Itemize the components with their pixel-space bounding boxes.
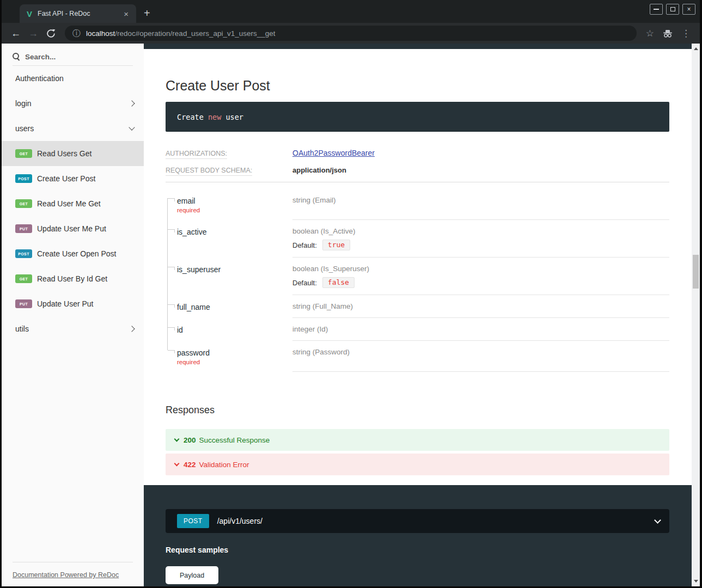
payload-tab[interactable]: Payload [166, 566, 218, 584]
field-name-cell: is_superuser [166, 258, 292, 295]
schema-row-password: passwordrequiredstring (Password) [166, 341, 669, 372]
search-placeholder: Search... [25, 53, 56, 61]
chevron-right-icon [129, 100, 135, 106]
default-label: Default: [292, 279, 317, 287]
sidebar-item-label: Create User Post [37, 174, 134, 183]
search-input[interactable]: Search... [13, 48, 133, 66]
schema-row-email: emailrequiredstring (Email) [166, 189, 669, 220]
field-type-cell: string (Email) [292, 189, 669, 220]
main-content: Create User Post Create new user AUTHORI… [144, 44, 692, 586]
sidebar-item-create-user-open-post[interactable]: POSTCreate User Open Post [2, 241, 144, 266]
redoc-favicon-icon: V [27, 9, 32, 19]
post-method-badge: POST [177, 514, 209, 528]
new-tab-button[interactable]: + [144, 7, 150, 20]
response-label: Successful Response [199, 436, 270, 444]
field-type: string (Full_Name) [292, 302, 669, 310]
sidebar-item-login[interactable]: login [2, 91, 144, 116]
get-method-badge: GET [15, 149, 32, 158]
sidebar-item-update-user-put[interactable]: PUTUpdate User Put [2, 291, 144, 316]
sidebar-item-update-user-me-put[interactable]: PUTUpdate User Me Put [2, 216, 144, 241]
browser-tab[interactable]: V Fast API - ReDoc × [20, 4, 136, 23]
maximize-button[interactable] [666, 4, 679, 15]
schema-row-is-active: is_activeboolean (Is_Active)Default:true [166, 220, 669, 258]
field-type-cell: integer (Id) [292, 318, 669, 341]
scrollbar-thumb[interactable] [693, 255, 699, 289]
field-type: integer (Id) [292, 325, 669, 333]
site-info-icon[interactable]: ⓘ [72, 28, 81, 39]
field-name: is_active [177, 228, 287, 236]
operation-section: Create User Post Create new user AUTHORI… [144, 49, 692, 485]
chevron-down-icon [654, 517, 661, 524]
endpoint-path: /api/v1/users/ [217, 517, 655, 525]
browser-window: V Fast API - ReDoc × + × ← → ⓘ localhost… [0, 0, 702, 588]
tab-strip: V Fast API - ReDoc × + × [2, 0, 700, 23]
request-samples-heading: Request samples [166, 546, 669, 554]
field-name-cell: emailrequired [166, 189, 292, 220]
page-scrollbar[interactable] [692, 44, 700, 586]
field-type: string (Password) [292, 348, 669, 356]
response-label: Validation Error [199, 461, 249, 469]
chevron-right-icon [129, 326, 135, 332]
sidebar-item-create-user-post[interactable]: POSTCreate User Post [2, 166, 144, 191]
maximize-icon [670, 7, 675, 11]
address-bar[interactable]: ⓘ localhost/redoc#operation/read_users_a… [65, 26, 637, 41]
default-value: false [322, 277, 355, 288]
request-body-label: REQUEST BODY SCHEMA: [166, 167, 292, 176]
responses-heading: Responses [166, 405, 669, 416]
forward-button[interactable]: → [26, 26, 41, 41]
operation-description-code: Create new user [166, 102, 669, 132]
sidebar-item-label: users [15, 124, 130, 133]
browser-menu-icon[interactable]: ⋮ [681, 28, 691, 39]
field-name-cell: full_name [166, 295, 292, 318]
tab-close-icon[interactable]: × [121, 9, 131, 19]
sidebar-item-authentication[interactable]: Authentication [2, 66, 144, 91]
redoc-footer-link[interactable]: Documentation Powered by ReDoc [13, 571, 119, 579]
sidebar-item-read-users-get[interactable]: GETRead Users Get [2, 141, 144, 166]
field-type-cell: boolean (Is_Superuser)Default:false [292, 258, 669, 295]
sidebar-item-read-user-by-id-get[interactable]: GETRead User By Id Get [2, 266, 144, 291]
sidebar-item-label: Read User By Id Get [37, 274, 134, 283]
sidebar-item-read-user-me-get[interactable]: GETRead User Me Get [2, 191, 144, 216]
scroll-down-arrow-icon[interactable] [692, 577, 700, 585]
sidebar-item-label: Authentication [15, 74, 134, 83]
default-value: true [322, 240, 350, 250]
authorizations-row: AUTHORIZATIONS: OAuth2PasswordBearer [166, 149, 669, 159]
response-code: 200 [184, 436, 196, 444]
response-panel-422[interactable]: 422Validation Error [166, 454, 669, 475]
required-label: required [177, 359, 287, 365]
oauth2-link[interactable]: OAuth2PasswordBearer [292, 149, 375, 157]
code-highlight: new [208, 113, 221, 121]
endpoint-dropdown[interactable]: POST /api/v1/users/ [166, 509, 669, 533]
schema-row-id: idinteger (Id) [166, 318, 669, 341]
back-button[interactable]: ← [8, 26, 23, 41]
sidebar-item-users[interactable]: users [2, 116, 144, 141]
chevron-down-icon [174, 461, 180, 467]
samples-section: POST /api/v1/users/ Request samples Payl… [144, 485, 692, 586]
sidebar-nav: AuthenticationloginusersGETRead Users Ge… [2, 66, 144, 559]
schema-row-full-name: full_namestring (Full_Name) [166, 295, 669, 318]
chevron-down-icon [174, 437, 180, 442]
response-panel-200[interactable]: 200Successful Response [166, 429, 669, 451]
page-title: Create User Post [166, 77, 669, 94]
field-name: full_name [177, 303, 287, 311]
close-button[interactable]: × [682, 4, 695, 15]
get-method-badge: GET [15, 274, 32, 283]
field-name-cell: id [166, 318, 292, 341]
scroll-up-arrow-icon[interactable] [692, 45, 700, 53]
sidebar-item-utils[interactable]: utils [2, 316, 144, 341]
bookmark-star-icon[interactable]: ☆ [646, 28, 654, 39]
get-method-badge: GET [15, 199, 32, 208]
url-host: localhost [86, 29, 115, 38]
put-method-badge: PUT [15, 224, 32, 233]
sidebar-item-label: Create User Open Post [37, 249, 134, 258]
default-line: Default:true [292, 240, 669, 250]
incognito-icon [662, 28, 674, 38]
field-name: is_superuser [177, 265, 287, 274]
sidebar-item-label: utils [15, 324, 130, 333]
authorizations-label: AUTHORIZATIONS: [166, 150, 292, 159]
sidebar-item-label: Update User Me Put [37, 224, 134, 233]
minimize-button[interactable] [650, 4, 663, 15]
field-name-cell: passwordrequired [166, 341, 292, 372]
reload-button[interactable] [43, 26, 58, 41]
chevron-down-icon [129, 124, 135, 130]
